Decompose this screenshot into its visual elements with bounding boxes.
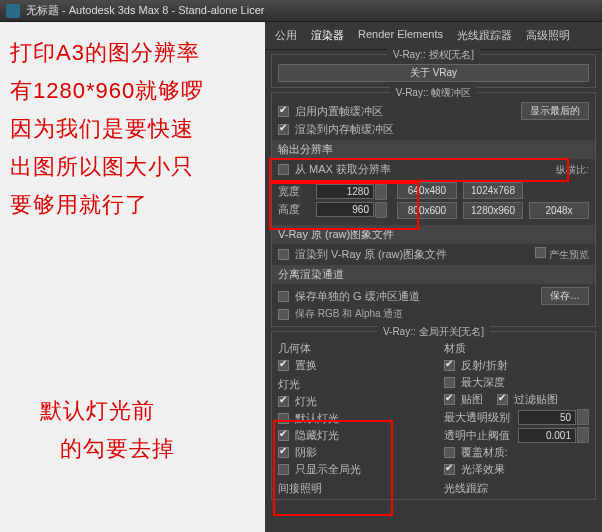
tab-adv-lighting[interactable]: 高级照明 [526,28,570,43]
checkbox-show-gi[interactable] [278,464,289,475]
left-panel: 打印A3的图分辨率 有1280*960就够啰 因为我们是要快速 出图所以图大小只… [0,22,265,532]
indirect-head: 间接照明 [278,481,424,496]
checkbox-enable-fb[interactable] [278,106,289,117]
spinner-arrows[interactable] [577,427,589,443]
note-line: 默认灯光前 [40,392,175,430]
tab-common[interactable]: 公用 [275,28,297,43]
section-framebuffer: V-Ray:: 帧缓冲区 启用内置帧缓冲区 显示最后的 渲染到内存帧缓冲区 输出… [271,92,596,327]
checkbox-override[interactable] [444,447,455,458]
note-line: 打印A3的图分辨率 [10,34,204,72]
light-head: 灯光 [278,377,424,392]
checkbox-shadow[interactable] [278,447,289,458]
spinner-arrows[interactable] [577,409,589,425]
tab-bar: 公用 渲染器 Render Elements 光线跟踪器 高级照明 [265,22,602,50]
preset-1280x960[interactable]: 1280x960 [463,202,523,219]
preset-800x600[interactable]: 800x600 [397,202,457,219]
height-input[interactable] [316,202,374,217]
app-titlebar: 无标题 - Autodesk 3ds Max 8 - Stand-alone L… [0,0,602,22]
checkbox-save-g[interactable] [278,291,289,302]
checkbox-save-rgb[interactable] [278,309,289,320]
label: 从 MAX 获取分辨率 [295,162,391,177]
checkbox-reflref[interactable] [444,360,455,371]
subhead-raw: V-Ray 原 (raw)图象文件 [272,225,595,244]
label: 保存单独的 G 缓冲区通道 [295,289,420,304]
note-line: 的勾要去掉 [60,430,175,468]
aspect-label: 纵横比: [556,163,589,177]
tab-render-elements[interactable]: Render Elements [358,28,443,43]
note-line: 有1280*960就够啰 [10,72,204,110]
section-title: V-Ray:: 全局开关[无名] [377,325,490,339]
checkbox-light[interactable] [278,396,289,407]
note-line: 要够用就行了 [10,186,204,224]
section-auth: V-Ray:: 授权[无名] 关于 VRay [271,54,596,88]
raytrace-head: 光线跟踪 [444,481,590,496]
app-icon [6,4,20,18]
checkbox-render-raw[interactable] [278,249,289,260]
label: 保存 RGB 和 Alpha 通道 [295,307,403,321]
width-input[interactable] [316,184,374,199]
spinner-arrows[interactable] [375,202,387,218]
subhead-split: 分离渲染通道 [272,265,595,284]
checkbox-from-max[interactable] [278,164,289,175]
checkbox-maxdepth[interactable] [444,377,455,388]
label: 启用内置帧缓冲区 [295,104,383,119]
label: 渲染到内存帧缓冲区 [295,122,394,137]
width-label: 宽度 [278,184,310,199]
render-panel: 公用 渲染器 Render Elements 光线跟踪器 高级照明 V-Ray:… [265,22,602,532]
preset-2048[interactable]: 2048x [529,202,589,219]
checkbox-default-light[interactable] [278,413,289,424]
checkbox-maps[interactable] [444,394,455,405]
label: 渲染到 V-Ray 原 (raw)图象文件 [295,247,447,262]
subhead-resolution: 输出分辨率 [272,140,595,159]
transpcut-input[interactable] [518,428,576,443]
note-line: 出图所以图大小只 [10,148,204,186]
checkbox-filter[interactable] [497,394,508,405]
checkbox-gloss[interactable] [444,464,455,475]
tab-raytracer[interactable]: 光线跟踪器 [457,28,512,43]
note-line: 因为我们是要快速 [10,110,204,148]
tab-renderer[interactable]: 渲染器 [311,28,344,43]
section-title: V-Ray:: 授权[无名] [387,48,480,62]
preset-1024x768[interactable]: 1024x768 [463,182,523,199]
maxtransp-input[interactable] [518,410,576,425]
checkbox-hidden-light[interactable] [278,430,289,441]
geom-head: 几何体 [278,341,424,356]
spinner-arrows[interactable] [375,184,387,200]
section-global: V-Ray:: 全局开关[无名] 几何体 置换 灯光 灯光 默认灯光 隐藏灯光 … [271,331,596,500]
height-label: 高度 [278,202,310,217]
preset-640x480[interactable]: 640x480 [397,182,457,199]
section-title: V-Ray:: 帧缓冲区 [390,86,478,100]
checkbox-gen-preview[interactable] [535,247,546,258]
about-vray-button[interactable]: 关于 VRay [278,64,589,82]
checkbox-render-mem[interactable] [278,124,289,135]
app-title: 无标题 - Autodesk 3ds Max 8 - Stand-alone L… [26,3,264,18]
save-button[interactable]: 保存… [541,287,589,305]
checkbox-displace[interactable] [278,360,289,371]
mat-head: 材质 [444,341,590,356]
show-last-button[interactable]: 显示最后的 [521,102,589,120]
